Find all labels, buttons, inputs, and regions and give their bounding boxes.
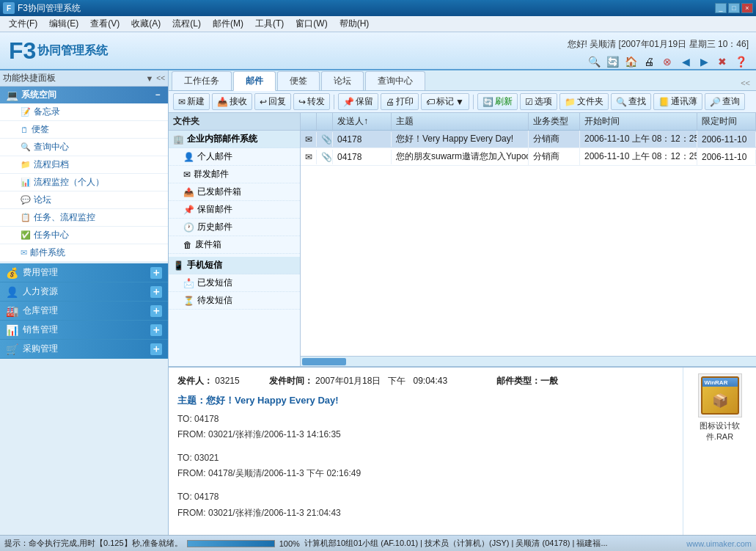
attachment-icon[interactable]: WinRAR 📦 xyxy=(698,373,742,417)
home-icon[interactable]: 🏠 xyxy=(623,54,639,70)
minimize-button[interactable]: _ xyxy=(715,3,727,13)
row2-start-time: 2006-11-10 上午 08：12：25 xyxy=(580,148,697,165)
menu-favorites[interactable]: 收藏(A) xyxy=(125,16,166,32)
tab-bar-collapse[interactable]: << xyxy=(738,76,753,90)
sidebar-item-flow-archive[interactable]: 📁 流程归档 xyxy=(0,156,168,174)
website-link: www.uimaker.com xyxy=(686,539,752,548)
forward-button[interactable]: ↪ 转发 xyxy=(293,93,330,110)
tab-query-center[interactable]: 查询中心 xyxy=(365,71,425,90)
print-button[interactable]: 🖨 打印 xyxy=(381,93,419,110)
sidebar-item-mail-system[interactable]: ✉ 邮件系统 xyxy=(0,244,168,262)
stop-icon[interactable]: ⊗ xyxy=(659,54,675,70)
col-flag[interactable] xyxy=(301,113,317,130)
forward-icon: ↪ xyxy=(298,97,306,107)
mark-button[interactable]: 🏷 标记 ▼ xyxy=(421,93,469,110)
mail-row-2[interactable]: ✉ 📎 04178 您的朋友suwarm邀请您加入Yupoo 分销商 2006-… xyxy=(301,148,756,166)
module-sales[interactable]: 📊 销售管理 ＋ xyxy=(0,321,168,340)
menu-edit[interactable]: 编辑(E) xyxy=(43,16,84,32)
preview-send-date: 2007年01月18日 xyxy=(315,376,381,386)
module-purchase[interactable]: 🛒 采购管理 ＋ xyxy=(0,340,168,359)
folder-kept-mail[interactable]: 📌 保留邮件 xyxy=(169,201,300,219)
body-line4: TO: 03021 xyxy=(177,450,674,467)
folder-group-mail[interactable]: ✉ 群发邮件 xyxy=(169,166,300,183)
folder-sent-sms[interactable]: 📩 已发短信 xyxy=(169,274,300,292)
body-line5: FROM: 04178/吴顺清/2006-11-3 下午 02:16:49 xyxy=(177,466,674,482)
col-sender[interactable]: 发送人↑ xyxy=(333,113,392,130)
menu-window[interactable]: 窗口(W) xyxy=(290,16,333,32)
module-hr-expand[interactable]: ＋ xyxy=(150,286,162,298)
sidebar-item-flow-monitor[interactable]: 📊 流程监控（个人） xyxy=(0,174,168,191)
row2-flag: ✉ xyxy=(301,150,317,164)
options-button[interactable]: ☑ 选项 xyxy=(520,93,557,110)
module-hr[interactable]: 👤 人力资源 ＋ xyxy=(0,282,168,302)
rar-file-icon: WinRAR 📦 xyxy=(701,376,739,415)
col-start-time[interactable]: 开始时间 xyxy=(580,113,697,130)
new-mail-button[interactable]: ✉ 新建 xyxy=(173,93,210,110)
query-button[interactable]: 🔎 查询 xyxy=(705,93,745,110)
quick-panel-label: 功能快捷面板 xyxy=(3,72,145,84)
folder-pending-sms[interactable]: ⏳ 待发短信 xyxy=(169,292,300,310)
reply-button[interactable]: ↩ 回复 xyxy=(254,93,291,110)
folder-sent-mail[interactable]: 📤 已发邮件箱 xyxy=(169,183,300,201)
sidebar-item-forum[interactable]: 💬 论坛 xyxy=(0,191,168,209)
help-icon[interactable]: ❓ xyxy=(733,54,749,70)
content-area: 工作任务 邮件 便签 论坛 查询中心 << ✉ 新建 📥 接收 ↩ 回复 ↪ 转 xyxy=(169,70,756,535)
module-purchase-expand[interactable]: ＋ xyxy=(150,343,162,355)
col-type[interactable]: 业务类型 xyxy=(529,113,580,130)
keep-button[interactable]: 📌 保留 xyxy=(338,93,378,110)
tab-mail[interactable]: 邮件 xyxy=(233,71,276,91)
menu-help[interactable]: 帮助(H) xyxy=(334,16,375,32)
col-limit-time[interactable]: 限定时间 xyxy=(697,113,756,130)
sidebar-item-task-center[interactable]: ✅ 任务中心 xyxy=(0,227,168,244)
tab-forum[interactable]: 论坛 xyxy=(321,71,364,90)
menu-view[interactable]: 查看(V) xyxy=(84,16,125,32)
close-button[interactable]: × xyxy=(741,3,753,13)
address-icon: 📒 xyxy=(658,97,669,107)
menu-tools[interactable]: 工具(T) xyxy=(249,16,290,32)
module-expense-expand[interactable]: ＋ xyxy=(150,267,162,279)
tab-work-task[interactable]: 工作任务 xyxy=(172,71,232,90)
system-space-header[interactable]: 💻 系统空间 － xyxy=(0,87,168,103)
query-icon: 🔍 xyxy=(21,142,31,152)
col-attach[interactable] xyxy=(317,113,333,130)
menu-mail[interactable]: 邮件(M) xyxy=(207,16,249,32)
address-book-button[interactable]: 📒 通讯薄 xyxy=(653,93,702,110)
back-icon[interactable]: ◀ xyxy=(678,54,694,70)
close-icon[interactable]: ✖ xyxy=(714,54,730,70)
print-icon[interactable]: 🖨 xyxy=(641,54,657,70)
folder-button[interactable]: 📁 文件夹 xyxy=(559,93,609,110)
folder-personal-mail[interactable]: 👤 个人邮件 xyxy=(169,148,300,166)
tab-sticky[interactable]: 便签 xyxy=(277,71,320,90)
sidebar-item-memo[interactable]: 📝 备忘录 xyxy=(0,103,168,121)
mail-horizontal-scrollbar[interactable] xyxy=(301,356,756,366)
sidebar-item-task-flow-monitor[interactable]: 📋 任务、流程监控 xyxy=(0,209,168,227)
module-sales-expand[interactable]: ＋ xyxy=(150,324,162,336)
mail-row-1[interactable]: ✉ 📎 04178 您好！Very Happy Every Day! 分销商 2… xyxy=(301,131,756,148)
mail-icon: ✉ xyxy=(21,248,27,258)
receive-button[interactable]: 📥 接收 xyxy=(212,93,252,110)
menu-flow[interactable]: 流程(L) xyxy=(166,16,207,32)
refresh-icon[interactable]: 🔄 xyxy=(604,54,620,70)
module-warehouse[interactable]: 🏭 仓库管理 ＋ xyxy=(0,302,168,321)
folder-sms[interactable]: 📱 手机短信 xyxy=(169,257,300,274)
collapse-button[interactable]: << xyxy=(156,74,165,82)
col-subject[interactable]: 主题 xyxy=(392,113,529,130)
maximize-button[interactable]: □ xyxy=(728,3,740,13)
refresh-button[interactable]: 🔄 刷新 xyxy=(477,93,518,110)
module-warehouse-expand[interactable]: ＋ xyxy=(150,305,162,317)
folder-history-mail[interactable]: 🕐 历史邮件 xyxy=(169,219,300,236)
sidebar-item-sticky[interactable]: 🗒 便签 xyxy=(0,121,168,139)
find-button[interactable]: 🔍 查找 xyxy=(611,93,651,110)
reply-icon: ↩ xyxy=(260,97,267,107)
forward-icon[interactable]: ▶ xyxy=(696,54,712,70)
folder-trash[interactable]: 🗑 废件箱 xyxy=(169,236,300,254)
folder-enterprise-mail[interactable]: 🏢 企业内部邮件系统 xyxy=(169,131,300,148)
module-expense[interactable]: 💰 费用管理 ＋ xyxy=(0,263,168,282)
menu-file[interactable]: 文件(F) xyxy=(3,16,43,32)
window-controls[interactable]: _ □ × xyxy=(715,3,753,13)
task-icon: ✅ xyxy=(21,230,31,240)
row1-flag: ✉ xyxy=(301,132,317,147)
mail-toolbar: ✉ 新建 📥 接收 ↩ 回复 ↪ 转发 📌 保留 🖨 打印 xyxy=(169,91,756,113)
search-icon[interactable]: 🔍 xyxy=(586,54,602,70)
sidebar-item-query[interactable]: 🔍 查询中心 xyxy=(0,139,168,156)
